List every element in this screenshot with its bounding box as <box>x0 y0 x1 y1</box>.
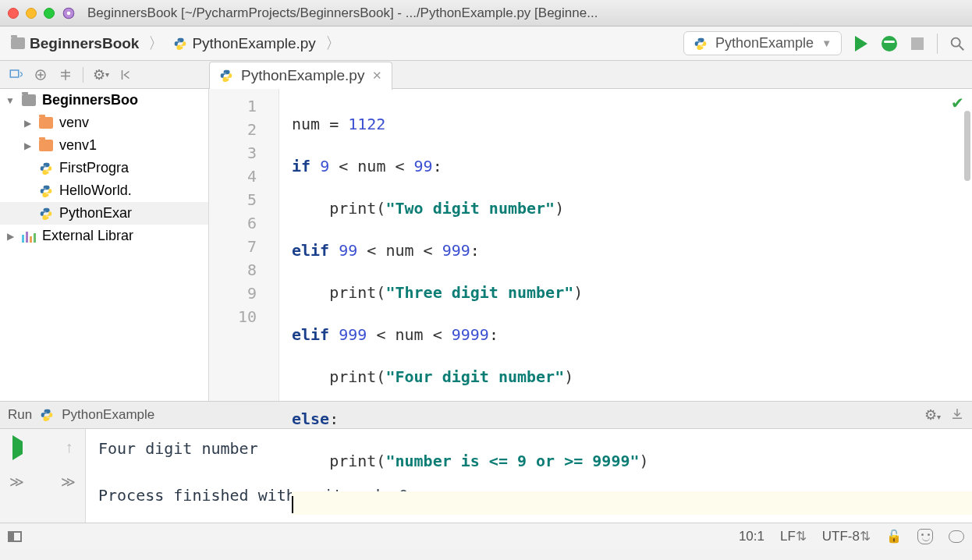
editor-tab[interactable]: PythonExample.py ✕ <box>209 62 392 90</box>
vertical-scrollbar[interactable] <box>964 111 970 181</box>
title-bar: BeginnersBook [~/PycharmProjects/Beginne… <box>0 0 972 27</box>
code-token: : <box>470 241 480 260</box>
hide-panel-button[interactable] <box>118 67 133 83</box>
code-token: 9 <box>310 157 329 175</box>
tree-item-venv[interactable]: ▶ venv <box>0 112 208 134</box>
tree-root[interactable]: ▼ BeginnersBoo <box>0 89 208 112</box>
python-file-icon <box>39 207 53 221</box>
line-number[interactable]: 2 <box>209 117 278 140</box>
expand-all-button[interactable] <box>33 67 48 83</box>
code-token: print( <box>292 199 385 218</box>
separator <box>937 34 938 54</box>
code-token: ) <box>640 452 649 470</box>
folder-icon <box>11 37 25 49</box>
python-file-icon <box>40 408 54 422</box>
python-file-icon <box>694 37 708 51</box>
chevron-right-icon: 〉 <box>147 33 165 54</box>
breadcrumb-file-label: PythonExample.py <box>192 35 315 52</box>
breadcrumb-file[interactable]: PythonExample.py <box>169 34 320 54</box>
up-stack-button[interactable]: ↑ <box>66 438 73 456</box>
line-number[interactable]: 8 <box>209 257 278 281</box>
play-icon <box>12 435 23 460</box>
python-file-icon <box>39 161 53 175</box>
disclosure-triangle-icon[interactable]: ▼ <box>5 95 16 106</box>
tree-item-firstprogram[interactable]: FirstProgra <box>0 157 208 179</box>
run-configuration-label: PythonExample <box>715 35 814 51</box>
breadcrumb: BeginnersBook 〉 PythonExample.py 〉 <box>6 33 342 54</box>
search-everywhere-button[interactable] <box>949 35 966 52</box>
run-configuration-selector[interactable]: PythonExample ▼ <box>683 31 842 55</box>
chevron-right-icon: 〉 <box>324 33 342 54</box>
tree-external-libraries[interactable]: ▶ External Librar <box>0 225 208 247</box>
svg-point-1 <box>67 11 71 15</box>
disclosure-triangle-icon[interactable]: ▶ <box>22 118 33 129</box>
stop-button[interactable] <box>909 35 926 52</box>
code-token: print( <box>292 452 385 470</box>
python-file-icon <box>219 69 233 83</box>
code-token: : <box>489 325 498 344</box>
tool-windows-button[interactable] <box>8 531 22 542</box>
code-token: print( <box>292 367 385 386</box>
code-token: "Two digit number" <box>385 199 555 218</box>
zoom-window-button[interactable] <box>44 8 55 19</box>
project-tree[interactable]: ▼ BeginnersBoo ▶ venv ▶ venv1 FirstProgr… <box>0 89 209 401</box>
tree-item-label: venv1 <box>59 137 97 154</box>
separator <box>83 67 83 83</box>
editor-tab-label: PythonExample.py <box>241 67 364 84</box>
code-token: "number is <= 9 or >= 9999" <box>385 452 639 470</box>
breadcrumb-project[interactable]: BeginnersBook <box>6 34 144 54</box>
text-cursor <box>292 496 293 513</box>
code-token: elif <box>292 241 329 260</box>
run-button[interactable] <box>853 35 870 52</box>
line-number[interactable]: 3 <box>209 140 278 164</box>
tree-item-label: PythonExar <box>59 205 132 222</box>
code-token: < num < <box>367 325 451 344</box>
svg-rect-4 <box>10 70 19 77</box>
line-number[interactable]: 1 <box>209 94 278 117</box>
disclosure-triangle-icon[interactable]: ▶ <box>5 231 16 242</box>
debug-button[interactable] <box>881 35 898 52</box>
tree-item-venv1[interactable]: ▶ venv1 <box>0 134 208 157</box>
close-window-button[interactable] <box>8 8 19 19</box>
disclosure-triangle-icon[interactable]: ▶ <box>22 140 33 151</box>
code-token: : <box>329 409 339 428</box>
inspection-indicator[interactable] <box>917 529 933 544</box>
line-number[interactable]: 5 <box>209 187 278 211</box>
search-icon <box>949 35 966 52</box>
tree-item-label: venv <box>59 115 89 131</box>
select-opened-file-button[interactable] <box>8 67 23 83</box>
close-tab-button[interactable]: ✕ <box>372 69 382 83</box>
line-number[interactable]: 7 <box>209 234 278 257</box>
collapse-all-button[interactable] <box>58 67 73 83</box>
code-token: 99 <box>329 241 357 260</box>
minimize-window-button[interactable] <box>26 8 37 19</box>
rerun-button[interactable] <box>12 441 23 454</box>
code-token: "Four digit number" <box>385 367 564 386</box>
window-controls <box>8 8 55 19</box>
python-file-icon <box>39 184 53 198</box>
tree-root-label: BeginnersBoo <box>42 92 138 108</box>
stop-icon <box>911 37 924 50</box>
code-token: elif <box>292 325 329 344</box>
more-button[interactable]: ≫ <box>9 473 24 491</box>
line-number[interactable]: 4 <box>209 164 278 187</box>
main-area: ▼ BeginnersBoo ▶ venv ▶ venv1 FirstProgr… <box>0 89 972 401</box>
tree-item-helloworld[interactable]: HelloWorld. <box>0 179 208 202</box>
tree-item-label: HelloWorld. <box>59 183 132 199</box>
more-button[interactable]: ≫ <box>61 473 76 491</box>
settings-button[interactable]: ⚙▾ <box>93 67 108 83</box>
line-number-gutter[interactable]: 1 2 3 4 5 6 7 8 9 10 <box>209 89 279 401</box>
code-area[interactable]: num = 1122 if 9 < num < 99: print("Two d… <box>279 89 972 401</box>
code-editor[interactable]: 1 2 3 4 5 6 7 8 9 10 num = 1122 if 9 < n… <box>209 89 972 401</box>
code-token: ) <box>573 283 583 302</box>
line-number[interactable]: 10 <box>209 304 278 328</box>
code-token: 999 <box>329 325 367 344</box>
line-number[interactable]: 9 <box>209 281 278 304</box>
feedback-button[interactable] <box>949 530 964 543</box>
code-token: num = <box>292 115 348 133</box>
tree-item-pythonexample[interactable]: PythonExar <box>0 202 208 225</box>
tree-item-label: FirstProgra <box>59 160 129 176</box>
inspection-ok-icon[interactable]: ✔ <box>951 94 964 112</box>
line-number[interactable]: 6 <box>209 211 278 234</box>
folder-icon <box>39 117 53 129</box>
